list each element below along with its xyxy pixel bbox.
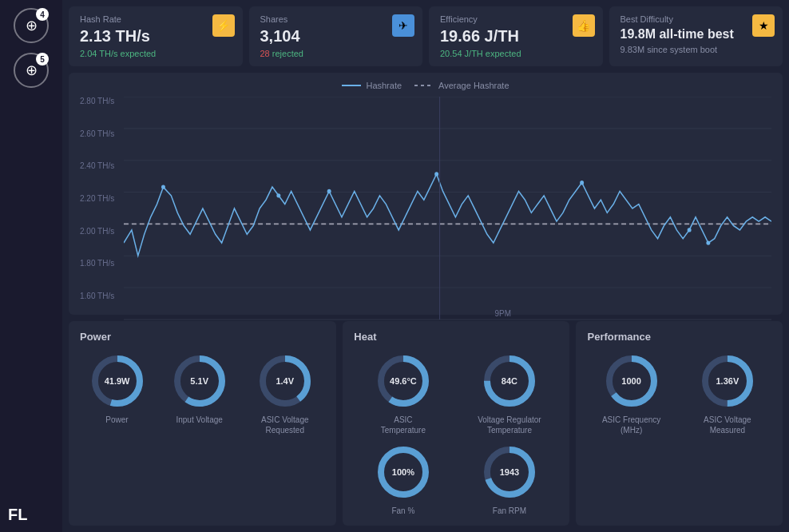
- hashrate-icon: ⚡: [212, 14, 235, 37]
- power-value: 41.9W: [105, 377, 130, 386]
- bottom-row: Power 41.9W Power: [69, 321, 783, 526]
- svg-text:9PM: 9PM: [495, 308, 511, 317]
- chart-legend: Hashrate Average Hashrate: [80, 81, 771, 90]
- svg-point-15: [706, 240, 710, 244]
- asic-freq-label: ASIC Frequency (MHz): [600, 415, 664, 435]
- asic-voltage-req-gauge: 1.4V ASIC Voltage Requested: [253, 352, 317, 435]
- input-voltage-value: 5.1V: [190, 377, 208, 386]
- heat-gauges-row2: 100% Fan % 1943 Fan RPM: [354, 443, 558, 516]
- logo-text: FL: [8, 506, 27, 524]
- asic-temp-svg: 49.6°C: [375, 352, 432, 410]
- performance-gauges: 1000 ASIC Frequency (MHz) 1.36V ASIC Vol…: [587, 352, 771, 435]
- svg-point-14: [688, 228, 692, 232]
- stat-card-hashrate: Hash Rate 2.13 TH/s 2.04 TH/s expected ⚡: [69, 6, 243, 66]
- stat-card-difficulty: Best Difficulty 19.8M all-time best 9.83…: [609, 6, 783, 66]
- shares-rejected-text: rejected: [272, 49, 303, 58]
- performance-panel-title: Performance: [587, 331, 771, 343]
- shares-icon: ✈: [392, 14, 414, 37]
- difficulty-icon: ★: [752, 14, 775, 37]
- hashrate-value: 2.13 TH/s: [80, 27, 232, 46]
- asic-voltage-meas-svg: 1.36V: [699, 352, 756, 410]
- asic-voltage-req-value: 1.4V: [276, 377, 294, 386]
- efficiency-expected-text: 20.54 J/TH expected: [440, 49, 521, 58]
- svg-point-12: [434, 172, 438, 176]
- legend-avg-hashrate: Average Hashrate: [414, 81, 509, 90]
- asic-freq-value: 1000: [621, 377, 640, 386]
- fan-rpm-svg: 1943: [481, 443, 538, 501]
- asic-voltage-meas-label: ASIC Voltage Measured: [696, 415, 759, 435]
- asic-temp-gauge: 49.6°C ASIC Temperature: [371, 352, 435, 435]
- asic-voltage-meas-value: 1.36V: [716, 377, 739, 386]
- fan-rpm-value: 1943: [500, 468, 519, 477]
- fan-rpm-gauge: 1943 Fan RPM: [481, 443, 538, 516]
- power-gauge: 41.9W Power: [89, 352, 146, 435]
- badge-2: 5: [36, 53, 49, 66]
- power-label: Power: [105, 415, 128, 425]
- efficiency-value: 19.66 J/TH: [440, 27, 592, 46]
- sidebar-icon-1[interactable]: ⊕ 4: [14, 8, 49, 43]
- heat-panel-title: Heat: [354, 331, 558, 343]
- stat-card-efficiency: Efficiency 19.66 J/TH 20.54 J/TH expecte…: [429, 6, 603, 66]
- legend-avg-line: [414, 85, 434, 86]
- sidebar-logo: FL: [8, 506, 27, 524]
- fan-rpm-label: Fan RPM: [493, 506, 526, 516]
- hashrate-expected: 2.04 TH/s expected: [80, 49, 232, 58]
- hashrate-label: Hash Rate: [80, 14, 232, 24]
- crosshair-icon-1: ⊕: [26, 17, 38, 34]
- legend-avg-label: Average Hashrate: [438, 81, 509, 90]
- asic-freq-svg: 1000: [603, 352, 660, 410]
- asic-temp-label: ASIC Temperature: [371, 415, 435, 435]
- power-panel: Power 41.9W Power: [69, 321, 336, 526]
- vr-temp-value: 84C: [502, 377, 517, 386]
- vr-temp-gauge: 84C Voltage Regulator Temperature: [478, 352, 541, 435]
- efficiency-icon: 👍: [573, 14, 595, 37]
- input-voltage-gauge: 5.1V Input Voltage: [171, 352, 228, 435]
- difficulty-expected: 9.83M since system boot: [620, 45, 772, 54]
- asic-voltage-meas-gauge: 1.36V ASIC Voltage Measured: [696, 352, 759, 435]
- svg-point-9: [161, 185, 165, 189]
- fan-pct-gauge: 100% Fan %: [375, 443, 432, 516]
- stats-row: Hash Rate 2.13 TH/s 2.04 TH/s expected ⚡…: [69, 6, 783, 66]
- hashrate-chart: 9PM: [124, 97, 771, 320]
- stat-card-shares: Shares 3,104 28 rejected ✈: [249, 6, 423, 66]
- sidebar-icon-2[interactable]: ⊕ 5: [14, 53, 49, 88]
- vr-temp-label: Voltage Regulator Temperature: [478, 415, 541, 435]
- fan-pct-svg: 100%: [375, 443, 432, 501]
- svg-point-10: [276, 193, 280, 197]
- asic-voltage-req-label: ASIC Voltage Requested: [253, 415, 317, 435]
- efficiency-expected: 20.54 J/TH expected: [440, 49, 592, 58]
- main-content: Hash Rate 2.13 TH/s 2.04 TH/s expected ⚡…: [62, 0, 789, 532]
- badge-1: 4: [36, 8, 49, 21]
- svg-point-13: [580, 181, 584, 185]
- svg-point-11: [327, 189, 331, 193]
- shares-rejected-count: 28: [260, 49, 270, 58]
- asic-temp-value: 49.6°C: [390, 377, 417, 386]
- sidebar: ⊕ 4 ⊕ 5 FL: [0, 0, 62, 532]
- fan-pct-label: Fan %: [391, 506, 414, 516]
- input-voltage-label: Input Voltage: [176, 415, 222, 425]
- difficulty-value: 19.8M all-time best: [620, 27, 772, 42]
- legend-hashrate-label: Hashrate: [366, 81, 402, 90]
- heat-gauges-row1: 49.6°C ASIC Temperature 84C Voltage Regu…: [354, 352, 558, 435]
- power-gauges: 41.9W Power 5.1V Input Voltage: [80, 352, 325, 435]
- input-voltage-svg: 5.1V: [171, 352, 228, 410]
- vr-temp-svg: 84C: [481, 352, 538, 410]
- hashrate-expected-text: 2.04 TH/s expected: [80, 49, 156, 58]
- efficiency-label: Efficiency: [440, 14, 592, 24]
- chart-area: 2.80 TH/s 2.60 TH/s 2.40 TH/s 2.20 TH/s …: [80, 97, 771, 320]
- asic-voltage-req-svg: 1.4V: [256, 352, 314, 410]
- shares-value: 3,104: [260, 27, 412, 46]
- fan-pct-value: 100%: [392, 468, 414, 477]
- shares-label: Shares: [260, 14, 412, 24]
- performance-panel: Performance 1000 ASIC Frequency (MHz): [576, 321, 783, 526]
- difficulty-label: Best Difficulty: [620, 14, 772, 24]
- legend-hashrate-line: [342, 85, 361, 86]
- heat-panel: Heat 49.6°C ASIC Temperature: [343, 321, 569, 526]
- crosshair-icon-2: ⊕: [26, 62, 38, 79]
- power-gauge-svg: 41.9W: [89, 352, 146, 410]
- chart-y-labels: 2.80 TH/s 2.60 TH/s 2.40 TH/s 2.20 TH/s …: [80, 97, 114, 304]
- chart-card: Hashrate Average Hashrate 2.80 TH/s 2.60…: [69, 73, 783, 315]
- asic-freq-gauge: 1000 ASIC Frequency (MHz): [600, 352, 664, 435]
- shares-expected: 28 rejected: [260, 49, 412, 58]
- legend-hashrate: Hashrate: [342, 81, 402, 90]
